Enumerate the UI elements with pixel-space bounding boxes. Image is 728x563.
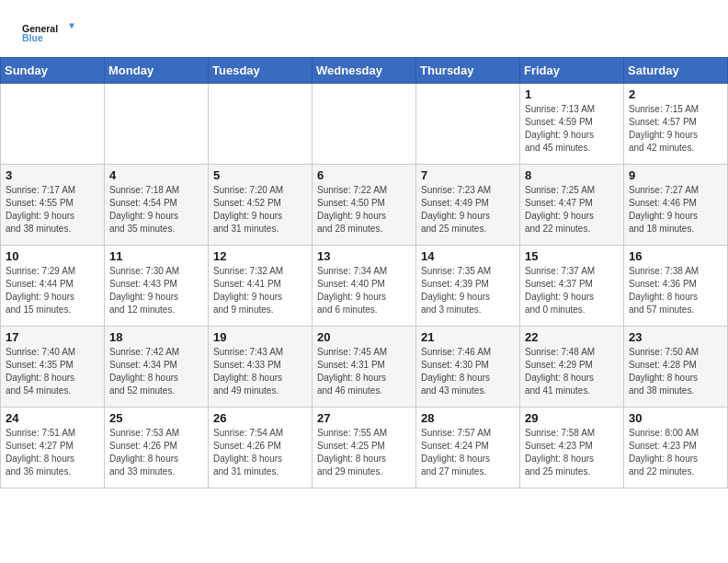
calendar-cell: 24Sunrise: 7:51 AM Sunset: 4:27 PM Dayli… (1, 408, 105, 488)
day-info: Sunrise: 7:55 AM Sunset: 4:25 PM Dayligh… (317, 427, 411, 478)
calendar-cell: 15Sunrise: 7:37 AM Sunset: 4:37 PM Dayli… (520, 246, 624, 327)
day-number: 16 (629, 249, 722, 263)
day-number: 3 (6, 168, 99, 182)
day-info: Sunrise: 7:15 AM Sunset: 4:57 PM Dayligh… (629, 103, 722, 155)
weekday-header: Monday (105, 58, 209, 84)
calendar-cell: 10Sunrise: 7:29 AM Sunset: 4:44 PM Dayli… (1, 246, 105, 327)
weekday-header: Friday (520, 58, 624, 84)
day-number: 23 (629, 330, 722, 344)
day-number: 5 (213, 168, 307, 182)
day-number: 27 (317, 411, 411, 425)
day-number: 7 (421, 168, 515, 182)
day-info: Sunrise: 7:17 AM Sunset: 4:55 PM Dayligh… (6, 184, 99, 236)
calendar-cell: 29Sunrise: 7:58 AM Sunset: 4:23 PM Dayli… (520, 408, 624, 488)
day-number: 20 (317, 330, 411, 344)
svg-text:Blue: Blue (22, 32, 43, 43)
calendar-week-row: 24Sunrise: 7:51 AM Sunset: 4:27 PM Dayli… (1, 408, 728, 488)
day-info: Sunrise: 7:51 AM Sunset: 4:27 PM Dayligh… (6, 427, 99, 478)
calendar-cell: 23Sunrise: 7:50 AM Sunset: 4:28 PM Dayli… (624, 327, 728, 408)
calendar-cell (1, 84, 105, 165)
calendar-cell: 8Sunrise: 7:25 AM Sunset: 4:47 PM Daylig… (520, 165, 624, 246)
day-info: Sunrise: 7:42 AM Sunset: 4:34 PM Dayligh… (109, 346, 203, 397)
day-info: Sunrise: 7:35 AM Sunset: 4:39 PM Dayligh… (421, 265, 515, 316)
day-number: 11 (109, 249, 203, 263)
day-info: Sunrise: 7:29 AM Sunset: 4:44 PM Dayligh… (6, 265, 99, 316)
calendar-cell: 1Sunrise: 7:13 AM Sunset: 4:59 PM Daylig… (520, 84, 624, 165)
day-info: Sunrise: 7:38 AM Sunset: 4:36 PM Dayligh… (629, 265, 722, 316)
calendar-cell: 18Sunrise: 7:42 AM Sunset: 4:34 PM Dayli… (105, 327, 209, 408)
day-info: Sunrise: 7:45 AM Sunset: 4:31 PM Dayligh… (317, 346, 411, 397)
day-number: 9 (629, 168, 722, 182)
day-info: Sunrise: 7:34 AM Sunset: 4:40 PM Dayligh… (317, 265, 411, 316)
weekday-header: Thursday (416, 58, 520, 84)
calendar-cell: 7Sunrise: 7:23 AM Sunset: 4:49 PM Daylig… (416, 165, 520, 246)
calendar-cell: 25Sunrise: 7:53 AM Sunset: 4:26 PM Dayli… (105, 408, 209, 488)
day-number: 1 (525, 87, 619, 101)
day-number: 21 (421, 330, 515, 344)
day-number: 30 (629, 411, 722, 425)
calendar-week-row: 1Sunrise: 7:13 AM Sunset: 4:59 PM Daylig… (1, 84, 728, 165)
calendar-cell: 22Sunrise: 7:48 AM Sunset: 4:29 PM Dayli… (520, 327, 624, 408)
calendar-cell: 28Sunrise: 7:57 AM Sunset: 4:24 PM Dayli… (416, 408, 520, 488)
calendar-cell: 13Sunrise: 7:34 AM Sunset: 4:40 PM Dayli… (313, 246, 416, 327)
calendar-cell: 4Sunrise: 7:18 AM Sunset: 4:54 PM Daylig… (105, 165, 209, 246)
day-info: Sunrise: 7:13 AM Sunset: 4:59 PM Dayligh… (525, 103, 619, 155)
day-info: Sunrise: 8:00 AM Sunset: 4:23 PM Dayligh… (629, 427, 722, 478)
day-number: 13 (317, 249, 411, 263)
day-number: 29 (525, 411, 619, 425)
logo-svg: General Blue (22, 17, 77, 50)
day-number: 17 (6, 330, 99, 344)
calendar-cell: 27Sunrise: 7:55 AM Sunset: 4:25 PM Dayli… (313, 408, 416, 488)
calendar-cell: 21Sunrise: 7:46 AM Sunset: 4:30 PM Dayli… (416, 327, 520, 408)
day-number: 19 (213, 330, 307, 344)
day-number: 14 (421, 249, 515, 263)
logo: General Blue (22, 17, 77, 50)
calendar: SundayMondayTuesdayWednesdayThursdayFrid… (0, 57, 728, 488)
calendar-cell: 5Sunrise: 7:20 AM Sunset: 4:52 PM Daylig… (209, 165, 313, 246)
calendar-cell: 20Sunrise: 7:45 AM Sunset: 4:31 PM Dayli… (313, 327, 416, 408)
day-number: 6 (317, 168, 411, 182)
day-info: Sunrise: 7:37 AM Sunset: 4:37 PM Dayligh… (525, 265, 619, 316)
day-number: 18 (109, 330, 203, 344)
calendar-cell (313, 84, 416, 165)
day-info: Sunrise: 7:58 AM Sunset: 4:23 PM Dayligh… (525, 427, 619, 478)
day-info: Sunrise: 7:46 AM Sunset: 4:30 PM Dayligh… (421, 346, 515, 397)
calendar-cell: 3Sunrise: 7:17 AM Sunset: 4:55 PM Daylig… (1, 165, 105, 246)
calendar-cell: 6Sunrise: 7:22 AM Sunset: 4:50 PM Daylig… (313, 165, 416, 246)
day-info: Sunrise: 7:53 AM Sunset: 4:26 PM Dayligh… (109, 427, 203, 478)
weekday-header: Sunday (1, 58, 105, 84)
calendar-cell: 19Sunrise: 7:43 AM Sunset: 4:33 PM Dayli… (209, 327, 313, 408)
day-number: 12 (213, 249, 307, 263)
weekday-header: Saturday (624, 58, 728, 84)
day-number: 2 (629, 87, 722, 101)
day-info: Sunrise: 7:18 AM Sunset: 4:54 PM Dayligh… (109, 184, 203, 236)
day-info: Sunrise: 7:30 AM Sunset: 4:43 PM Dayligh… (109, 265, 203, 316)
calendar-week-row: 3Sunrise: 7:17 AM Sunset: 4:55 PM Daylig… (1, 165, 728, 246)
day-number: 22 (525, 330, 619, 344)
calendar-cell: 12Sunrise: 7:32 AM Sunset: 4:41 PM Dayli… (209, 246, 313, 327)
day-info: Sunrise: 7:40 AM Sunset: 4:35 PM Dayligh… (6, 346, 99, 397)
day-number: 28 (421, 411, 515, 425)
calendar-cell: 17Sunrise: 7:40 AM Sunset: 4:35 PM Dayli… (1, 327, 105, 408)
day-number: 26 (213, 411, 307, 425)
calendar-week-row: 17Sunrise: 7:40 AM Sunset: 4:35 PM Dayli… (1, 327, 728, 408)
calendar-cell: 9Sunrise: 7:27 AM Sunset: 4:46 PM Daylig… (624, 165, 728, 246)
header: General Blue (0, 0, 728, 57)
weekday-header: Tuesday (209, 58, 313, 84)
day-number: 25 (109, 411, 203, 425)
svg-marker-2 (69, 24, 74, 29)
day-info: Sunrise: 7:22 AM Sunset: 4:50 PM Dayligh… (317, 184, 411, 236)
day-number: 8 (525, 168, 619, 182)
calendar-cell: 30Sunrise: 8:00 AM Sunset: 4:23 PM Dayli… (624, 408, 728, 488)
calendar-cell (209, 84, 313, 165)
day-info: Sunrise: 7:43 AM Sunset: 4:33 PM Dayligh… (213, 346, 307, 397)
calendar-cell: 14Sunrise: 7:35 AM Sunset: 4:39 PM Dayli… (416, 246, 520, 327)
calendar-cell: 2Sunrise: 7:15 AM Sunset: 4:57 PM Daylig… (624, 84, 728, 165)
calendar-header-row: SundayMondayTuesdayWednesdayThursdayFrid… (1, 58, 728, 84)
day-number: 24 (6, 411, 99, 425)
calendar-cell (416, 84, 520, 165)
day-info: Sunrise: 7:27 AM Sunset: 4:46 PM Dayligh… (629, 184, 722, 236)
day-info: Sunrise: 7:20 AM Sunset: 4:52 PM Dayligh… (213, 184, 307, 236)
day-info: Sunrise: 7:48 AM Sunset: 4:29 PM Dayligh… (525, 346, 619, 397)
day-number: 10 (6, 249, 99, 263)
